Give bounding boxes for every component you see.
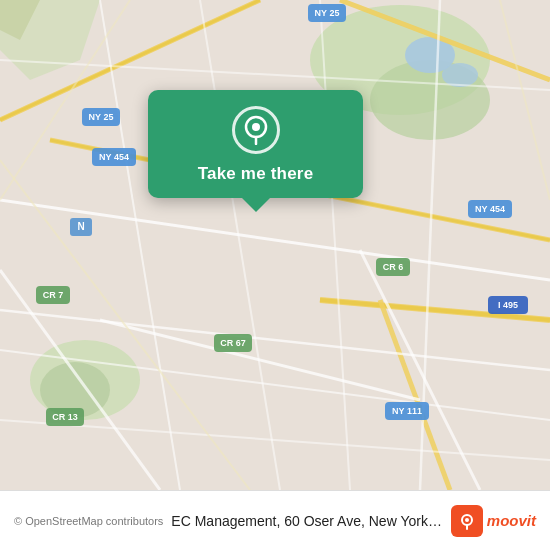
svg-text:NY 25: NY 25 — [315, 8, 340, 18]
moovit-icon — [451, 505, 483, 537]
moovit-text: moovit — [487, 512, 536, 529]
moovit-logo: moovit — [451, 505, 536, 537]
svg-text:CR 13: CR 13 — [52, 412, 78, 422]
svg-text:NY 25: NY 25 — [89, 112, 114, 122]
copyright-text: © OpenStreetMap contributors — [14, 515, 163, 527]
svg-text:CR 67: CR 67 — [220, 338, 246, 348]
location-pin-icon — [243, 115, 269, 145]
popup-card[interactable]: Take me there — [148, 90, 363, 198]
svg-text:CR 7: CR 7 — [43, 290, 64, 300]
svg-text:N: N — [77, 221, 84, 232]
svg-point-4 — [442, 63, 478, 87]
bottom-bar: © OpenStreetMap contributors EC Manageme… — [0, 490, 550, 550]
svg-text:CR 6: CR 6 — [383, 262, 404, 272]
svg-text:NY 454: NY 454 — [99, 152, 129, 162]
map-container: NY 25 NY 25 NY 454 NY 454 I 495 NY 111 C… — [0, 0, 550, 490]
take-me-there-button-label: Take me there — [198, 164, 314, 184]
svg-point-60 — [465, 518, 469, 522]
svg-text:NY 454: NY 454 — [475, 204, 505, 214]
svg-text:NY 111: NY 111 — [392, 406, 422, 416]
svg-text:I 495: I 495 — [498, 300, 518, 310]
location-label: EC Management, 60 Oser Ave, New York Cit… — [171, 513, 442, 529]
svg-point-55 — [252, 123, 260, 131]
location-icon-wrapper — [232, 106, 280, 154]
